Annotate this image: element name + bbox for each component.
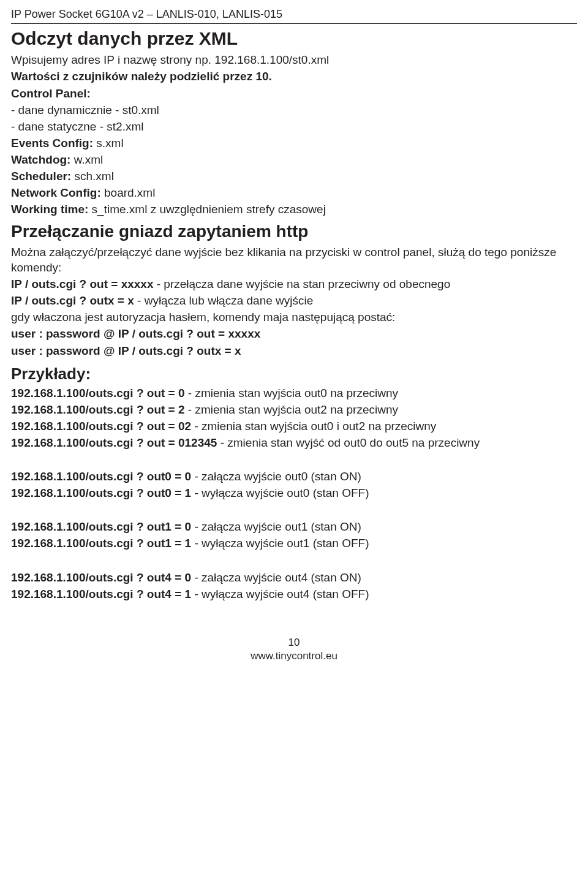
control-panel-label: Control Panel: xyxy=(11,86,577,101)
example-6-cmd: 192.168.1.100/outs.cgi ? out0 = 1 xyxy=(11,486,191,499)
example-3: 192.168.1.100/outs.cgi ? out = 02 - zmie… xyxy=(11,418,577,434)
sensor-note: Wartości z czujników należy podzielić pr… xyxy=(11,69,577,84)
example-7-cmd: 192.168.1.100/outs.cgi ? out1 = 0 xyxy=(11,520,191,533)
scheduler-value: sch.xml xyxy=(71,170,114,183)
example-10: 192.168.1.100/outs.cgi ? out4 = 1 - wyłą… xyxy=(11,586,577,602)
example-4-desc: - zmienia stan wyjść od out0 do out5 na … xyxy=(217,436,480,449)
watchdog-label: Watchdog: xyxy=(11,153,70,166)
network-config-value: board.xml xyxy=(101,186,156,199)
auth-cmd-2: user : password @ IP / outs.cgi ? outx =… xyxy=(11,343,577,358)
auth-note: gdy właczona jest autoryzacja hasłem, ko… xyxy=(11,309,577,325)
example-3-desc: - zmienia stan wyjścia out0 i out2 na pr… xyxy=(191,420,436,433)
example-10-cmd: 192.168.1.100/outs.cgi ? out4 = 1 xyxy=(11,588,191,600)
cmd-2-bold: IP / outs.cgi ? outx = x xyxy=(11,294,134,307)
events-config-value: s.xml xyxy=(93,137,124,149)
example-7-desc: - załącza wyjście out1 (stan ON) xyxy=(191,520,361,533)
example-8-desc: - wyłącza wyjście out1 (stan OFF) xyxy=(191,537,369,550)
document-header: IP Power Socket 6G10A v2 – LANLIS-010, L… xyxy=(11,7,577,24)
http-intro: Można załączyć/przełączyć dane wyjście b… xyxy=(11,244,577,275)
footer-site: www.tinycontrol.eu xyxy=(11,649,577,663)
example-4-cmd: 192.168.1.100/outs.cgi ? out = 012345 xyxy=(11,436,217,449)
document-page: IP Power Socket 6G10A v2 – LANLIS-010, L… xyxy=(0,0,588,670)
example-1-desc: - zmienia stan wyjścia out0 na przeciwny xyxy=(185,387,398,399)
scheduler-label: Scheduler: xyxy=(11,170,71,183)
auth-cmd-1: user : password @ IP / outs.cgi ? out = … xyxy=(11,326,577,341)
cmd-1: IP / outs.cgi ? out = xxxxx - przełącza … xyxy=(11,276,577,292)
working-time-label: Working time: xyxy=(11,203,88,216)
control-panel-line1: - dane dynamicznie - st0.xml xyxy=(11,102,577,118)
working-time-line: Working time: s_time.xml z uwzględnienie… xyxy=(11,202,577,217)
cmd-2: IP / outs.cgi ? outx = x - wyłącza lub w… xyxy=(11,293,577,308)
page-number: 10 xyxy=(11,636,577,649)
cmd-1-text: - przełącza dane wyjście na stan przeciw… xyxy=(153,278,450,290)
example-6: 192.168.1.100/outs.cgi ? out0 = 1 - wyłą… xyxy=(11,485,577,501)
example-3-cmd: 192.168.1.100/outs.cgi ? out = 02 xyxy=(11,420,191,433)
example-6-desc: - wyłącza wyjście out0 (stan OFF) xyxy=(191,486,369,499)
network-config-line: Network Config: board.xml xyxy=(11,185,577,200)
example-9: 192.168.1.100/outs.cgi ? out4 = 0 - załą… xyxy=(11,570,577,585)
section-title-examples: Przykłady: xyxy=(11,363,577,384)
cmd-2-text: - wyłącza lub włącza dane wyjście xyxy=(134,294,314,307)
watchdog-value: w.xml xyxy=(70,153,103,166)
example-1: 192.168.1.100/outs.cgi ? out = 0 - zmien… xyxy=(11,385,577,401)
example-8-cmd: 192.168.1.100/outs.cgi ? out1 = 1 xyxy=(11,537,191,550)
events-config-line: Events Config: s.xml xyxy=(11,135,577,151)
watchdog-line: Watchdog: w.xml xyxy=(11,152,577,167)
example-5-cmd: 192.168.1.100/outs.cgi ? out0 = 0 xyxy=(11,470,191,483)
events-config-label: Events Config: xyxy=(11,137,93,149)
example-2-desc: - zmienia stan wyjścia out2 na przeciwny xyxy=(185,403,398,416)
example-10-desc: - wyłącza wyjście out4 (stan OFF) xyxy=(191,588,369,600)
section-title-xml: Odczyt danych przez XML xyxy=(11,26,577,51)
example-9-desc: - załącza wyjście out4 (stan ON) xyxy=(191,571,361,584)
scheduler-line: Scheduler: sch.xml xyxy=(11,168,577,184)
network-config-label: Network Config: xyxy=(11,186,101,199)
page-footer: 10 www.tinycontrol.eu xyxy=(11,636,577,664)
example-8: 192.168.1.100/outs.cgi ? out1 = 1 - wyłą… xyxy=(11,535,577,551)
example-2-cmd: 192.168.1.100/outs.cgi ? out = 2 xyxy=(11,403,185,416)
section-title-http: Przełączanie gniazd zapytaniem http xyxy=(11,221,577,243)
working-time-value: s_time.xml z uwzględnieniem strefy czaso… xyxy=(88,203,326,216)
example-1-cmd: 192.168.1.100/outs.cgi ? out = 0 xyxy=(11,387,185,399)
example-2: 192.168.1.100/outs.cgi ? out = 2 - zmien… xyxy=(11,402,577,417)
example-5: 192.168.1.100/outs.cgi ? out0 = 0 - załą… xyxy=(11,469,577,484)
example-7: 192.168.1.100/outs.cgi ? out1 = 0 - załą… xyxy=(11,519,577,534)
control-panel-line2: - dane statyczne - st2.xml xyxy=(11,119,577,134)
cmd-1-bold: IP / outs.cgi ? out = xxxxx xyxy=(11,278,153,290)
example-4: 192.168.1.100/outs.cgi ? out = 012345 - … xyxy=(11,435,577,450)
example-5-desc: - załącza wyjście out0 (stan ON) xyxy=(191,470,361,483)
intro-text: Wpisujemy adres IP i nazwę strony np. 19… xyxy=(11,52,577,67)
example-9-cmd: 192.168.1.100/outs.cgi ? out4 = 0 xyxy=(11,571,191,584)
